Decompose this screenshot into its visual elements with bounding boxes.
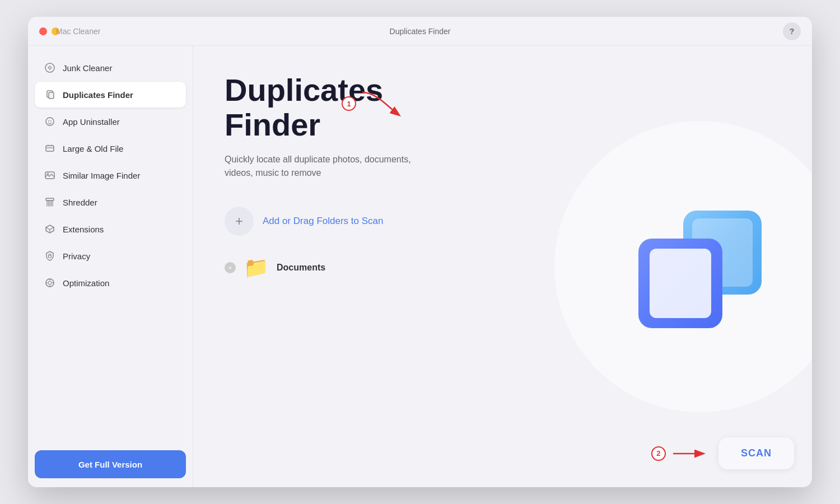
app-name: Mac Cleaner bbox=[56, 27, 100, 36]
scan-area: 2 SCAN bbox=[651, 437, 794, 469]
similar-image-finder-icon bbox=[44, 169, 56, 181]
bg-illustration bbox=[554, 121, 812, 412]
folder-remove-button[interactable]: × bbox=[225, 262, 236, 273]
sidebar-spacer bbox=[35, 297, 186, 444]
scan-annotation: 2 bbox=[651, 445, 710, 462]
app-uninstaller-icon bbox=[44, 115, 56, 128]
plus-icon: + bbox=[235, 214, 243, 228]
svg-point-5 bbox=[50, 120, 52, 122]
duplicate-icon-illustration bbox=[638, 205, 762, 328]
scan-button[interactable]: SCAN bbox=[718, 437, 794, 469]
sidebar-item-duplicates-finder[interactable]: Duplicates Finder bbox=[35, 82, 186, 108]
content-area: Duplicates Finder Quickly locate all dup… bbox=[193, 46, 812, 487]
svg-point-0 bbox=[45, 63, 54, 72]
sidebar-item-extensions[interactable]: Extensions bbox=[35, 216, 186, 242]
svg-rect-10 bbox=[49, 255, 52, 258]
main-area: Junk Cleaner Duplicates Finder bbox=[28, 46, 812, 487]
sidebar-item-similar-image-finder[interactable]: Similar Image Finder bbox=[35, 162, 186, 188]
sidebar-item-large-old-file[interactable]: Large & Old File bbox=[35, 136, 186, 161]
svg-point-8 bbox=[47, 173, 49, 175]
sidebar-item-label: Optimization bbox=[63, 278, 109, 288]
sidebar-item-label: App Uninstaller bbox=[63, 117, 120, 127]
titlebar-title: Duplicates Finder bbox=[390, 27, 451, 36]
sidebar-item-label: Extensions bbox=[63, 225, 104, 234]
sidebar-item-app-uninstaller[interactable]: App Uninstaller bbox=[35, 109, 186, 134]
app-window: Mac Cleaner Duplicates Finder ? Junk Cle… bbox=[28, 17, 812, 487]
junk-cleaner-icon bbox=[44, 62, 56, 74]
shredder-icon bbox=[44, 196, 56, 208]
sidebar-item-label: Privacy bbox=[63, 251, 90, 261]
svg-rect-6 bbox=[46, 146, 54, 151]
sidebar-item-shredder[interactable]: Shredder bbox=[35, 189, 186, 215]
sidebar-item-label: Shredder bbox=[63, 198, 97, 207]
extensions-icon bbox=[44, 223, 56, 235]
folder-name: Documents bbox=[277, 263, 325, 273]
svg-point-12 bbox=[48, 281, 52, 284]
privacy-icon bbox=[44, 250, 56, 262]
page-title: Duplicates Finder bbox=[225, 73, 493, 142]
sidebar-item-label: Junk Cleaner bbox=[63, 63, 112, 73]
sidebar-item-optimization[interactable]: Optimization bbox=[35, 270, 186, 296]
dup-icon-front bbox=[638, 239, 722, 328]
sidebar-item-label: Duplicates Finder bbox=[63, 90, 133, 100]
annotation-number-2: 2 bbox=[651, 446, 666, 461]
svg-point-3 bbox=[46, 118, 54, 125]
add-icon-circle[interactable]: + bbox=[225, 207, 254, 236]
get-full-version-button[interactable]: Get Full Version bbox=[35, 450, 186, 478]
sidebar-item-privacy[interactable]: Privacy bbox=[35, 243, 186, 269]
help-button[interactable]: ? bbox=[783, 22, 801, 40]
sidebar-item-label: Similar Image Finder bbox=[63, 171, 140, 180]
close-button[interactable] bbox=[39, 27, 47, 35]
folder-icon: 📁 bbox=[244, 256, 269, 279]
large-old-file-icon bbox=[44, 142, 56, 155]
svg-point-4 bbox=[48, 120, 49, 122]
optimization-icon bbox=[44, 277, 56, 289]
add-folder-text[interactable]: Add or Drag Folders to Scan bbox=[263, 216, 383, 227]
sidebar-item-junk-cleaner[interactable]: Junk Cleaner bbox=[35, 55, 186, 81]
duplicates-finder-icon bbox=[44, 88, 56, 101]
page-description: Quickly locate all duplicate photos, doc… bbox=[225, 153, 437, 180]
sidebar-item-label: Large & Old File bbox=[63, 144, 123, 153]
titlebar: Mac Cleaner Duplicates Finder ? bbox=[28, 17, 812, 46]
svg-rect-9 bbox=[46, 198, 54, 200]
sidebar: Junk Cleaner Duplicates Finder bbox=[28, 46, 193, 487]
svg-rect-2 bbox=[49, 92, 54, 99]
